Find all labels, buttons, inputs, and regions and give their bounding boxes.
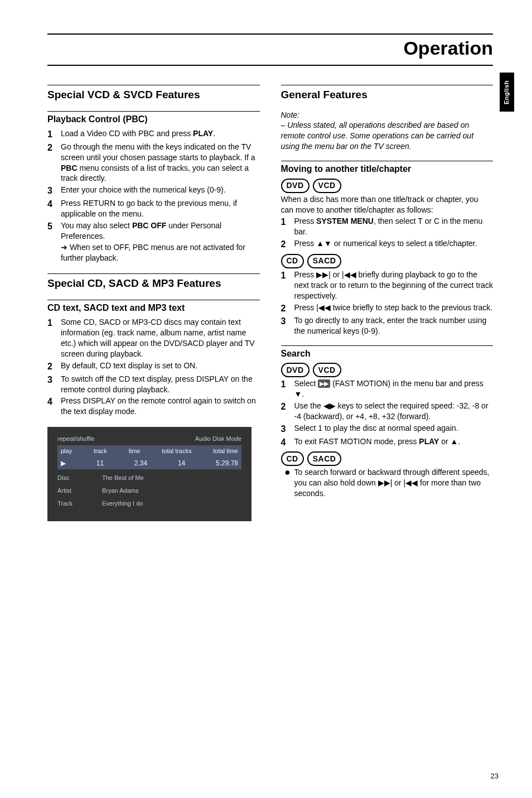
section-general-heading: General Features: [281, 85, 494, 102]
list-item: 4 To exit FAST MOTION mode, press PLAY o…: [281, 436, 494, 449]
badge-vcd: VCD: [313, 363, 341, 377]
pbc-step-list: 1 Load a Video CD with PBC and press PLA…: [47, 128, 260, 241]
search-bullet-text: To search forward or backward through di…: [294, 467, 494, 499]
language-tab-label: English: [503, 80, 511, 104]
step-text: By default, CD text display is set to ON…: [61, 360, 197, 371]
step-number: 3: [47, 185, 61, 197]
step-text: Press ▲▼ or numerical keys to select a t…: [294, 238, 477, 249]
step-number: 2: [47, 360, 61, 373]
list-item: 1 Press SYSTEM MENU, then select T or C …: [281, 216, 494, 237]
language-tab: English: [500, 73, 514, 112]
list-item: 3 Select 1 to play the disc at normal sp…: [281, 423, 494, 435]
step-number: 3: [47, 374, 61, 386]
list-item: 2 By default, CD text display is set to …: [47, 360, 260, 373]
step-text: Press RETURN to go back to the previous …: [61, 198, 260, 219]
disc-badges-cd-sacd: CD SACD: [281, 254, 494, 268]
subheading-cdtext: CD text, SACD text and MP3 text: [47, 300, 260, 314]
list-item: 5 You may also select PBC OFF under Pers…: [47, 220, 260, 242]
osd-val: ▶: [61, 459, 66, 468]
list-item: 4 Press RETURN to go back to the previou…: [47, 198, 260, 219]
subheading-pbc: Playback Control (PBC): [47, 111, 260, 126]
list-item: 2 Go through the menu with the keys indi…: [47, 142, 260, 184]
disc-badges-dvd-vcd: DVD VCD: [281, 179, 494, 193]
title-top-rule: [47, 33, 493, 35]
title-icon: T: [418, 217, 423, 225]
osd-col: track: [94, 447, 107, 455]
cdtext-step-list: 1 Some CD, SACD or MP3-CD discs may cont…: [47, 317, 260, 417]
badge-sacd: SACD: [307, 451, 342, 466]
list-item: 1 Some CD, SACD or MP3-CD discs may cont…: [47, 317, 260, 359]
step-number: 2: [281, 401, 294, 413]
moving-step-list: 1 Press SYSTEM MENU, then select T or C …: [281, 216, 494, 250]
list-item: 2 Press ▲▼ or numerical keys to select a…: [281, 238, 494, 251]
osd-screenshot: repeat/shuffle Audio Disk Mode play trac…: [47, 427, 252, 521]
step-text: Select ▶▶ (FAST MOTION) in the menu bar …: [294, 378, 494, 400]
step-text: To exit FAST MOTION mode, press PLAY or …: [294, 436, 461, 447]
subheading-moving: Moving to another title/chapter: [281, 161, 494, 175]
osd-info-label: Track: [57, 499, 102, 508]
badge-dvd: DVD: [281, 363, 309, 377]
general-note: Note: – Unless stated, all operations de…: [281, 110, 494, 152]
step-text: To switch off the CD text display, press…: [61, 374, 260, 395]
step-text: Select 1 to play the disc at normal spee…: [294, 423, 458, 434]
pbc-subnote: When set to OFF, PBC menus are not activ…: [47, 242, 260, 263]
osd-info-value: The Best of Me: [102, 474, 144, 482]
moving-intro: When a disc has more than one title/trac…: [281, 194, 494, 215]
step-text: Load a Video CD with PBC and press PLAY.: [61, 128, 215, 139]
fast-forward-icon: ▶▶: [318, 379, 330, 388]
search-step-list: 1 Select ▶▶ (FAST MOTION) in the menu ba…: [281, 378, 494, 448]
list-item: 3 Enter your choice with the numerical k…: [47, 185, 260, 197]
step-number: 4: [47, 198, 61, 210]
step-text: Use the ◀▶ keys to select the required s…: [294, 401, 494, 422]
step-text: Go through the menu with the keys indica…: [61, 142, 260, 184]
page-title: Operation: [47, 36, 493, 66]
badge-cd: CD: [281, 451, 304, 466]
step-text: Press ▶▶| or |◀◀ briefly during playback…: [294, 270, 494, 301]
step-number: 4: [281, 436, 294, 449]
step-number: 2: [281, 238, 294, 251]
osd-col: total time: [213, 447, 238, 455]
disc-badges-dvd-vcd-2: DVD VCD: [281, 363, 494, 377]
subheading-search: Search: [281, 345, 494, 360]
list-item: 3 To go directly to any track, enter the…: [281, 315, 494, 336]
left-column: Special VCD & SVCD Features Playback Con…: [47, 83, 260, 521]
step-text: You may also select PBC OFF under Person…: [61, 220, 260, 242]
list-item: 3 To switch off the CD text display, pre…: [47, 374, 260, 395]
step-text: To go directly to any track, enter the t…: [294, 315, 494, 336]
osd-val: 11: [96, 459, 104, 468]
step-number: 1: [281, 378, 294, 391]
search-bullet: ● To search forward or backward through …: [281, 467, 494, 499]
step-number: 1: [47, 317, 61, 329]
list-item: 4 Press DISPLAY on the remote control ag…: [47, 396, 260, 417]
bullet-icon: ●: [281, 467, 294, 477]
step-number: 2: [47, 142, 61, 154]
osd-col: time: [129, 447, 141, 455]
right-column: General Features Note: – Unless stated, …: [281, 83, 494, 521]
step-text: Press DISPLAY on the remote control agai…: [61, 396, 260, 417]
list-item: 1 Load a Video CD with PBC and press PLA…: [47, 128, 260, 141]
osd-info-value: Bryan Adams: [102, 487, 138, 495]
step-number: 1: [281, 270, 294, 282]
osd-info-label: Disc: [57, 474, 102, 482]
osd-col: total tracks: [162, 447, 191, 455]
step-text: Press SYSTEM MENU, then select T or C in…: [294, 216, 494, 237]
list-item: 2 Use the ◀▶ keys to select the required…: [281, 401, 494, 422]
list-item: 1 Press ▶▶| or |◀◀ briefly during playba…: [281, 270, 494, 301]
badge-cd: CD: [281, 254, 304, 268]
step-number: 2: [281, 302, 294, 315]
step-number: 3: [281, 315, 294, 328]
osd-top-right: Audio Disk Mode: [195, 435, 241, 443]
note-label: Note:: [281, 110, 494, 121]
step-number: 5: [47, 220, 61, 233]
section-cd-heading: Special CD, SACD & MP3 Features: [47, 273, 260, 291]
page-number: 23: [491, 771, 499, 781]
badge-dvd: DVD: [281, 179, 309, 193]
disc-badges-cd-sacd-2: CD SACD: [281, 451, 494, 466]
osd-val: 5.29.78: [216, 459, 238, 468]
badge-sacd: SACD: [307, 254, 342, 268]
step-text: Press |◀◀ twice briefly to step back to …: [294, 302, 493, 313]
osd-info-value: Everything I do: [102, 499, 143, 508]
chapter-icon: C: [434, 217, 439, 225]
section-svcd-heading: Special VCD & SVCD Features: [47, 85, 260, 102]
badge-vcd: VCD: [313, 179, 341, 193]
